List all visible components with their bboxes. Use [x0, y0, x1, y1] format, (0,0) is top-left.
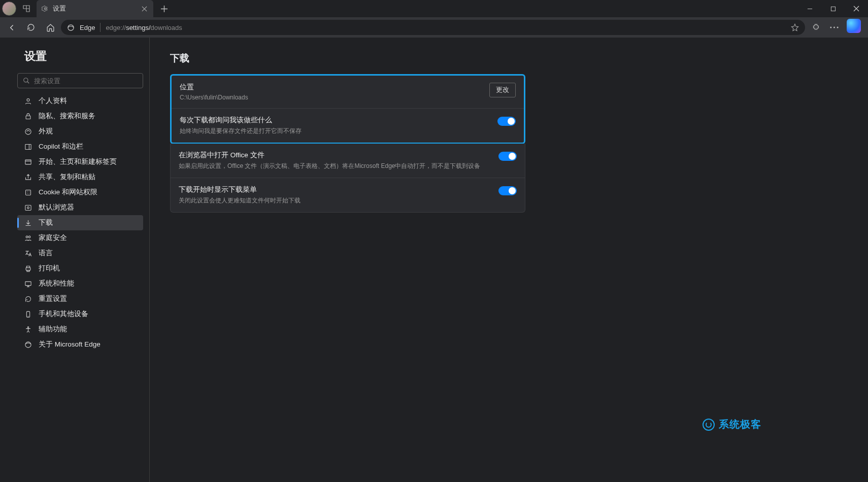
nav-item-default-browser[interactable]: 默认浏览器	[17, 200, 143, 215]
edge-icon	[67, 24, 75, 31]
download-location-row: 位置 C:\Users\fulin\Downloads 更改	[172, 76, 524, 109]
nav-item-reset[interactable]: 重置设置	[17, 291, 143, 306]
nav-label: 默认浏览器	[39, 203, 74, 212]
location-title: 位置	[180, 83, 481, 92]
change-location-button[interactable]: 更改	[489, 83, 516, 97]
nav-label: 手机和其他设备	[39, 309, 88, 319]
browser-tab[interactable]: 设置	[37, 0, 153, 17]
show-download-menu-row: 下载开始时显示下载菜单 关闭此设置会使人更难知道文件何时开始下载	[171, 178, 525, 212]
nav-item-about[interactable]: 关于 Microsoft Edge	[17, 337, 143, 352]
svg-rect-8	[26, 116, 30, 119]
open-office-row: 在浏览器中打开 Office 文件 如果启用此设置，Office 文件（演示文稿…	[171, 144, 525, 178]
open-office-toggle[interactable]	[498, 152, 517, 161]
nav-label: 辅助功能	[39, 325, 67, 334]
download-icon	[23, 219, 32, 227]
row-title: 在浏览器中打开 Office 文件	[179, 151, 490, 160]
search-icon	[23, 77, 30, 84]
nav-item-system[interactable]: 系统和性能	[17, 276, 143, 291]
nav-item-language[interactable]: 语言	[17, 246, 143, 261]
browser-toolbar: Edge edge://settings/downloads	[0, 17, 868, 38]
profile-avatar[interactable]	[2, 2, 16, 16]
share-icon	[23, 174, 32, 181]
tab-title: 设置	[53, 5, 66, 13]
back-button[interactable]	[3, 19, 20, 36]
svg-rect-18	[25, 282, 30, 286]
more-menu-button[interactable]	[825, 19, 843, 36]
reset-icon	[23, 295, 32, 303]
nav-item-accessibility[interactable]: 辅助功能	[17, 322, 143, 337]
maximize-button[interactable]	[821, 0, 845, 17]
close-tab-button[interactable]	[140, 5, 148, 13]
svg-point-5	[837, 26, 838, 28]
nav-item-privacy[interactable]: 隐私、搜索和服务	[17, 109, 143, 124]
svg-point-16	[28, 236, 30, 238]
nav-label: 开始、主页和新建标签页	[39, 157, 117, 166]
nav-label: 隐私、搜索和服务	[39, 112, 95, 121]
svg-point-9	[25, 128, 30, 134]
sidebar-icon	[23, 143, 32, 151]
favorite-star-icon[interactable]	[791, 23, 799, 31]
svg-point-14	[27, 206, 29, 209]
nav-item-cookies[interactable]: Cookie 和网站权限	[17, 185, 143, 200]
nav-label: 外观	[39, 127, 53, 136]
svg-point-2	[68, 24, 74, 30]
location-path: C:\Users\fulin\Downloads	[180, 94, 481, 101]
cookie-icon	[23, 189, 32, 196]
nav-label: 关于 Microsoft Edge	[39, 340, 101, 349]
window-titlebar: 设置	[0, 0, 868, 17]
accessibility-icon	[23, 326, 32, 333]
new-tab-button[interactable]	[156, 1, 172, 16]
svg-point-7	[27, 98, 29, 101]
system-icon	[23, 280, 32, 288]
ask-each-time-toggle[interactable]	[497, 117, 516, 126]
nav-item-appearance[interactable]: 外观	[17, 124, 143, 139]
watermark-text: 系统极客	[719, 418, 761, 431]
workspaces-icon[interactable]	[19, 2, 34, 16]
nav-item-phone[interactable]: 手机和其他设备	[17, 306, 143, 322]
nav-label: 个人资料	[39, 96, 67, 106]
watermark: 系统极客	[703, 418, 761, 431]
nav-item-family[interactable]: 家庭安全	[17, 230, 143, 246]
extensions-button[interactable]	[807, 19, 824, 36]
svg-point-4	[833, 26, 834, 28]
site-identity-label: Edge	[80, 24, 95, 31]
svg-rect-11	[25, 160, 30, 164]
svg-rect-1	[831, 7, 835, 11]
search-input[interactable]	[34, 77, 138, 85]
svg-rect-13	[25, 205, 30, 210]
nav-label: Cookie 和网站权限	[39, 188, 97, 197]
svg-rect-12	[25, 190, 30, 195]
show-download-menu-toggle[interactable]	[498, 186, 517, 195]
address-bar[interactable]: Edge edge://settings/downloads	[61, 20, 805, 35]
svg-point-20	[27, 326, 29, 328]
settings-nav: 个人资料 隐私、搜索和服务 外观 Copilot 和边栏 开始、主页和新建标签页…	[17, 93, 143, 352]
page-title: 设置	[17, 49, 143, 64]
nav-item-printers[interactable]: 打印机	[17, 261, 143, 276]
row-desc: 如果启用此设置，Office 文件（演示文稿、电子表格、文档）将在Microso…	[179, 162, 490, 170]
address-divider	[100, 23, 101, 32]
lock-icon	[23, 113, 32, 120]
edge-logo-icon	[23, 341, 32, 349]
nav-item-share-copy[interactable]: 共享、复制和粘贴	[17, 169, 143, 185]
settings-page: 设置 个人资料 隐私、搜索和服务 外观 Copilot 和边栏 开始、主页和新建…	[0, 38, 868, 482]
nav-label: 打印机	[39, 264, 60, 273]
nav-label: 家庭安全	[39, 233, 67, 243]
nav-item-profile[interactable]: 个人资料	[17, 93, 143, 109]
copilot-button[interactable]	[847, 19, 861, 33]
svg-point-6	[24, 78, 28, 82]
close-window-button[interactable]	[845, 0, 868, 17]
printer-icon	[23, 265, 32, 272]
settings-group: 在浏览器中打开 Office 文件 如果启用此设置，Office 文件（演示文稿…	[170, 144, 525, 213]
nav-item-copilot-sidebar[interactable]: Copilot 和边栏	[17, 139, 143, 154]
home-button[interactable]	[42, 19, 59, 36]
svg-point-0	[44, 8, 46, 10]
settings-search[interactable]	[17, 73, 143, 88]
minimize-button[interactable]	[798, 0, 821, 17]
nav-label: 下载	[39, 218, 53, 227]
refresh-button[interactable]	[22, 19, 40, 36]
nav-item-start-home[interactable]: 开始、主页和新建标签页	[17, 154, 143, 169]
window-icon	[23, 158, 32, 166]
row-title: 下载开始时显示下载菜单	[179, 185, 490, 194]
person-icon	[23, 97, 32, 105]
nav-item-downloads[interactable]: 下载	[17, 215, 143, 230]
